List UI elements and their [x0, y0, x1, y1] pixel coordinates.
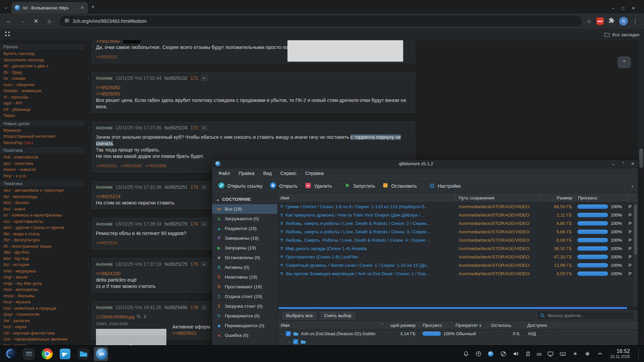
open-link-button[interactable]: Открыть ссылку [215, 180, 266, 192]
url-text[interactable]: 2ch.org/v/res/9923463.html#bottom [73, 18, 147, 24]
clock[interactable]: 16:52 15.11.2025 [610, 348, 630, 359]
firefox-icon[interactable] [3, 347, 17, 361]
file-checkbox[interactable]: ✓ [293, 339, 298, 344]
file-row-partial[interactable]: ⌄ ✓ [285, 338, 638, 346]
scrollbar-thumb[interactable] [278, 307, 627, 309]
back-button[interactable]: ← [3, 15, 15, 27]
qbt-minimize-icon[interactable]: ⌄ [611, 161, 615, 166]
sidebar-board-link[interactable]: /rf/ - убежище [0, 107, 85, 113]
qbt-title-bar[interactable]: qBittorrent v5.1.2 ⌄ ⌃ ✕ [212, 160, 638, 168]
kde-connect-icon[interactable] [584, 350, 591, 358]
qbittorrent-icon[interactable]: qb [94, 347, 108, 361]
status-filter-item[interactable]: ● Ошибка (0) [212, 330, 277, 340]
sidebar-board-link[interactable]: /mov/ - Фильмы [0, 293, 85, 299]
status-filter-item[interactable]: ■ Остановлены (0) [212, 253, 277, 262]
post-expand-button[interactable]: ▸ [201, 125, 207, 130]
sidebar-board-link[interactable]: /psy/ - психология [0, 311, 85, 318]
column-header[interactable]: Имя [278, 193, 456, 202]
settings-button[interactable]: ⚙ Настройки [426, 180, 464, 192]
status-filter-item[interactable]: ▶ Запущены (19) [212, 243, 277, 253]
clipboard-icon[interactable] [524, 350, 532, 358]
magnifier-icon[interactable] [137, 314, 141, 320]
expander-icon[interactable]: ⌄ [288, 340, 291, 344]
download-icon[interactable] [143, 314, 147, 320]
post-ordinal-link[interactable]: 172 [191, 125, 198, 131]
sidebar-board-link[interactable]: /sp/ - спорт [0, 343, 85, 346]
file-row[interactable]: ⌄ ✓ Ash.vs.Evil.Dead.(Season.02).Goblin … [278, 329, 638, 338]
status-filter-item[interactable]: ▲ Раздаются (19) [212, 224, 277, 233]
open-button[interactable]: Открыть [266, 180, 301, 192]
sidebar-board-link[interactable]: /au/ - автомобили и транспорт [0, 187, 85, 194]
post-number-link[interactable]: №9925270 [164, 221, 187, 227]
sidebar-board-link[interactable]: /me/ - медицина [0, 268, 85, 275]
torrent-list-scrollbar[interactable] [633, 202, 638, 306]
sidebar-board-link[interactable]: /fiz/ - физкультура [0, 237, 85, 243]
column-header[interactable]: Прогресс [575, 193, 629, 202]
expander-icon[interactable]: ⌄ [280, 331, 283, 336]
status-filter-item[interactable]: ⇅ Активны (0) [212, 262, 277, 272]
sidebar-board-link[interactable]: /fa/ - мода и стиль [0, 231, 85, 237]
sidebar-board-link[interactable]: /bo/ - книги [0, 206, 85, 213]
chrome-icon[interactable] [40, 347, 54, 361]
sidebar-board-link[interactable]: /news/ - новости [0, 167, 85, 173]
updates-icon[interactable] [475, 350, 482, 358]
file-priority[interactable]: Обычный [452, 331, 488, 336]
extensions-icon[interactable] [608, 17, 614, 25]
tray-expand-icon[interactable] [596, 350, 604, 358]
torrent-row[interactable]: ⇈Эш против Зловещих мертвецов / Ash vs E… [278, 269, 638, 278]
scrollbar-thumb[interactable] [634, 204, 637, 255]
browser-tab[interactable]: /v/ - Вольвоанонс https ✕ [11, 2, 88, 13]
stop-button[interactable]: Остановить [379, 180, 420, 192]
sidebar-board-link[interactable]: Тивач [0, 113, 85, 119]
column-header[interactable]: Путь сохранения [456, 193, 540, 202]
sidebar-board-link[interactable]: Купить пасскод [0, 51, 85, 57]
show-desktop-strip[interactable] [638, 348, 641, 360]
sidebar-board-link[interactable]: /mlp/ - my little pony [0, 281, 85, 287]
quote-link[interactable]: >>9925224 [96, 194, 120, 199]
torrent-row[interactable]: ⇈Пространство (Сезон 1-6) LostFilm /run/… [278, 253, 638, 261]
sidebar-board-link[interactable]: /cc/ - криптовалюты [0, 219, 85, 225]
post-handle[interactable]: ⋮ [87, 125, 91, 131]
qbt-close-icon[interactable]: ✕ [631, 161, 635, 166]
keyboard-layout-indicator[interactable]: us [537, 351, 542, 357]
sidebar-board-link[interactable]: /api/ - API [0, 100, 85, 107]
menu-item[interactable]: Вид [259, 171, 276, 176]
post-number-link[interactable]: №9925490 [164, 304, 187, 311]
sidebar-board-link[interactable]: /d/ - дискуссии о два.ч [0, 63, 85, 69]
reply-link[interactable]: >>9925132 [96, 54, 117, 60]
post-number-link[interactable]: №9925275 [164, 261, 187, 267]
attachment-filename-link[interactable]: 1729945780859.jpg [96, 314, 135, 320]
post-handle[interactable]: ⋮ [87, 75, 91, 81]
brightness-icon[interactable]: ☀ [572, 350, 579, 358]
status-filter-item[interactable]: ⇄ Все (19) [212, 204, 277, 214]
sidebar-board-link[interactable]: /hi/ - история [0, 262, 85, 268]
status-filter-item[interactable]: ↧ Загрузка стоит (0) [212, 301, 277, 311]
reply-link[interactable]: >>9925251 [96, 163, 117, 169]
torrent-row[interactable]: ⇈Любовь, смерть и роботы / Love, Death &… [278, 219, 638, 228]
scrollbar-thumb[interactable] [639, 148, 643, 168]
post-handle[interactable]: ⋮ [87, 184, 91, 190]
sidebar-board-link[interactable]: /media/ - анимация [0, 88, 85, 94]
status-filter-item[interactable]: ⇊ Загружаются (0) [212, 214, 277, 224]
sidebar-board-link[interactable]: /biz/ - бизнес [0, 200, 85, 206]
torrent-row[interactable]: ⇈Гримм / Grimm / Сезон: 1-6 из 6 / Серии… [278, 202, 638, 211]
torrent-row[interactable]: ⇈Мир дикого запада (Сезон 1-4) Amedia /r… [278, 244, 638, 253]
expanded-image[interactable] [287, 40, 403, 62]
sidebar-board-link[interactable]: /hh/ - hip-hop [0, 256, 85, 262]
post-handle[interactable]: ⋮ [87, 221, 91, 227]
reply-link[interactable]: >>9925533 [96, 240, 117, 246]
deselect-all-button[interactable]: Снять выбор [320, 311, 356, 320]
sidebar-board-link[interactable]: /int/ - international [0, 154, 85, 161]
post-ordinal-link[interactable]: 174 [191, 221, 198, 227]
sidebar-board-link[interactable]: /bi/ - велосипеды [0, 194, 85, 200]
torrent-row[interactable]: ⇈Любовь. Смерть. Роботы / Love, Death & … [278, 236, 638, 244]
quote-link[interactable]: >>9924160 [96, 271, 120, 276]
scroll-to-top-button[interactable]: ⌃ [618, 56, 631, 68]
image-thumbnail[interactable] [96, 329, 166, 345]
sidebar-board-link[interactable]: /c/ - комиксы и мультфильмы [0, 212, 85, 219]
column-header[interactable]: Прогресс [420, 321, 452, 329]
post-handle[interactable]: ⋮ [87, 304, 91, 311]
files-table-header[interactable]: Имя⌃ щий размер Прогресс Приоритет з Ост… [278, 321, 638, 329]
sidebar-board-link[interactable]: /fl/ - иностранные языки [0, 243, 85, 250]
post-number-link[interactable]: №9925224 [164, 125, 187, 131]
